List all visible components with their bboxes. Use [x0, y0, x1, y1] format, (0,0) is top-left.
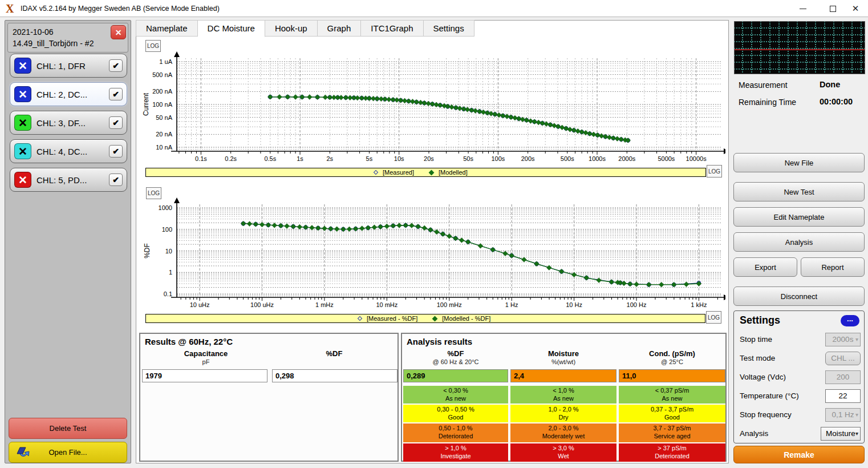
- svg-text:2000s: 2000s: [618, 155, 635, 162]
- measured-marker-icon: [374, 170, 378, 175]
- class-asnew-cond: < 0,37 pS/mAs new: [619, 386, 725, 404]
- remake-button[interactable]: Remake: [733, 446, 865, 463]
- svg-text:2s: 2s: [327, 155, 334, 162]
- disconnect-button[interactable]: Disconnect: [733, 287, 865, 306]
- log-scale-button-bottom-right-2[interactable]: LOG: [706, 311, 721, 324]
- class-good-cond: 0,37 - 3,7 pS/mGood: [619, 405, 725, 422]
- channel-item-1[interactable]: ✕ CHL: 1, DFR ✔: [10, 54, 127, 78]
- channel-item-3[interactable]: ✕ CHL: 3, DF... ✔: [10, 111, 127, 135]
- svg-text:1000: 1000: [159, 204, 172, 211]
- voltage-label: Voltage (Vdc): [740, 373, 786, 381]
- df-value: 0,298: [272, 369, 398, 382]
- tab-settings[interactable]: Settings: [424, 20, 474, 37]
- test-date: 2021-10-06: [13, 26, 123, 38]
- df-vs-frequency-chart: 10 uHz100 uHz1 mHz10 mHz100 mHz1 Hz10 Hz…: [139, 186, 725, 313]
- monitor-signal-line: [735, 49, 865, 50]
- log-scale-button-bottom-right-1[interactable]: LOG: [707, 165, 722, 177]
- export-button[interactable]: Export: [733, 257, 797, 277]
- svg-text:0.2s: 0.2s: [225, 155, 237, 162]
- channel-1-label: CHL: 1, DFR: [31, 61, 109, 71]
- test-mode-label: Test mode: [740, 354, 775, 362]
- svg-text:500 nA: 500 nA: [152, 71, 173, 78]
- svg-text:1 Hz: 1 Hz: [505, 301, 518, 308]
- current-vs-time-chart: 0.1s0.2s0.5s1s2s5s10s20s50s100s200s500s1…: [139, 38, 725, 167]
- chevron-down-icon: ▾: [855, 409, 858, 421]
- tab-hook-up[interactable]: Hook-up: [265, 20, 318, 37]
- results-title: Results @ 60Hz, 22°C: [145, 337, 233, 346]
- svg-text:10: 10: [165, 248, 172, 255]
- channel-2-checkbox[interactable]: ✔: [109, 88, 123, 100]
- channel-3-color-icon: ✕: [14, 115, 31, 131]
- tab-dc-moisture[interactable]: DC Moisture: [198, 20, 265, 37]
- analysis-df-header: %DF @ 60 Hz & 20°C: [403, 349, 508, 366]
- stop-frequency-select: 0,1 Hz▾: [825, 408, 861, 422]
- new-test-button[interactable]: New Test: [733, 182, 865, 201]
- title-bar: X IDAX v5.2.164 by Megger Sweden AB (Ser…: [0, 0, 868, 17]
- analysis-mode-select[interactable]: Moisture▾: [821, 427, 861, 441]
- modelled-df-marker-icon: [432, 316, 438, 321]
- tab-graph[interactable]: Graph: [318, 20, 362, 37]
- new-file-button[interactable]: New File: [733, 153, 865, 172]
- measurement-status: Done: [820, 80, 840, 89]
- channel-5-label: CHL: 5, PD...: [31, 175, 109, 185]
- tab-nameplate[interactable]: Nameplate: [136, 20, 198, 37]
- edit-nameplate-button[interactable]: Edit Nameplate: [733, 207, 865, 227]
- svg-text:100 uHz: 100 uHz: [250, 301, 274, 308]
- close-button[interactable]: ✕: [843, 0, 868, 17]
- settings-more-button[interactable]: ...: [841, 315, 859, 326]
- svg-text:10 mHz: 10 mHz: [376, 301, 398, 308]
- svg-text:100 mHz: 100 mHz: [437, 301, 462, 308]
- tab-itc1graph[interactable]: ITC1Graph: [361, 20, 423, 37]
- channel-item-4[interactable]: ✕ CHL: 4, DC... ✔: [10, 139, 127, 163]
- analysis-groupbox: Analysis results %DF @ 60 Hz & 20°C Mois…: [401, 333, 727, 462]
- open-file-icon: [16, 446, 31, 459]
- modelled-df-legend-label: [Modelled - %DF]: [442, 315, 490, 322]
- channel-3-label: CHL: 3, DF...: [31, 118, 109, 128]
- remaining-time-label: Remaining Time: [739, 98, 796, 107]
- live-monitor-plot: [734, 21, 865, 74]
- close-test-button[interactable]: ✕: [111, 25, 126, 39]
- svg-text:500s: 500s: [561, 155, 574, 162]
- minimize-button[interactable]: [790, 0, 816, 17]
- svg-text:1 mHz: 1 mHz: [315, 301, 334, 308]
- measured-df-marker-icon: [358, 316, 362, 321]
- measured-df-legend-label: [Measured - %DF]: [367, 315, 417, 322]
- temperature-input[interactable]: 22: [825, 389, 861, 403]
- svg-text:10 uHz: 10 uHz: [190, 301, 210, 308]
- analysis-button[interactable]: Analysis: [733, 232, 865, 252]
- class-investigate-df: > 1,0 %Investigate: [403, 443, 508, 462]
- maximize-button[interactable]: [820, 0, 845, 17]
- channel-1-color-icon: ✕: [14, 58, 31, 74]
- measured-legend-label: [Measured]: [383, 169, 414, 176]
- delete-test-button[interactable]: Delete Test: [9, 418, 127, 439]
- channel-3-checkbox[interactable]: ✔: [109, 116, 123, 129]
- channel-4-checkbox[interactable]: ✔: [109, 145, 123, 158]
- svg-text:0.1s: 0.1s: [195, 155, 207, 162]
- svg-text:1 kHz: 1 kHz: [691, 301, 707, 308]
- svg-text:1s: 1s: [297, 155, 303, 162]
- svg-text:200 nA: 200 nA: [152, 88, 173, 95]
- capacitance-value: 1979: [142, 369, 267, 382]
- open-file-label: Open File...: [48, 448, 87, 457]
- channel-5-checkbox[interactable]: ✔: [109, 174, 123, 186]
- report-button[interactable]: Report: [801, 257, 865, 277]
- svg-text:1 uA: 1 uA: [159, 58, 172, 65]
- analysis-moisture-header: Moisture %(wt/wt): [510, 349, 616, 366]
- channel-5-color-icon: ✕: [14, 172, 31, 188]
- channel-1-checkbox[interactable]: ✔: [109, 59, 123, 72]
- test-sidebar: 2021-10-06 14.49_till_Torbjörn - #2 ✕ ✕ …: [5, 20, 131, 463]
- svg-text:Current: Current: [142, 92, 150, 116]
- svg-text:50s: 50s: [463, 155, 473, 162]
- channel-item-5[interactable]: ✕ CHL: 5, PD... ✔: [10, 168, 127, 192]
- modelled-legend-label: [Modelled]: [439, 169, 468, 176]
- channel-4-color-icon: ✕: [14, 143, 31, 159]
- open-file-button[interactable]: Open File...: [9, 442, 127, 463]
- test-header[interactable]: 2021-10-06 14.49_till_Torbjörn - #2 ✕: [7, 23, 128, 53]
- analysis-cond-value: 11,0: [619, 369, 725, 382]
- svg-text:1000s: 1000s: [589, 155, 606, 162]
- class-serviceaged-cond: 3,7 - 37 pS/mService aged: [619, 423, 725, 442]
- svg-text:200s: 200s: [521, 155, 535, 162]
- channel-item-2[interactable]: ✕ CHL: 2, DC... ✔: [10, 82, 127, 106]
- svg-text:10s: 10s: [394, 155, 404, 162]
- analysis-title: Analysis results: [407, 337, 472, 346]
